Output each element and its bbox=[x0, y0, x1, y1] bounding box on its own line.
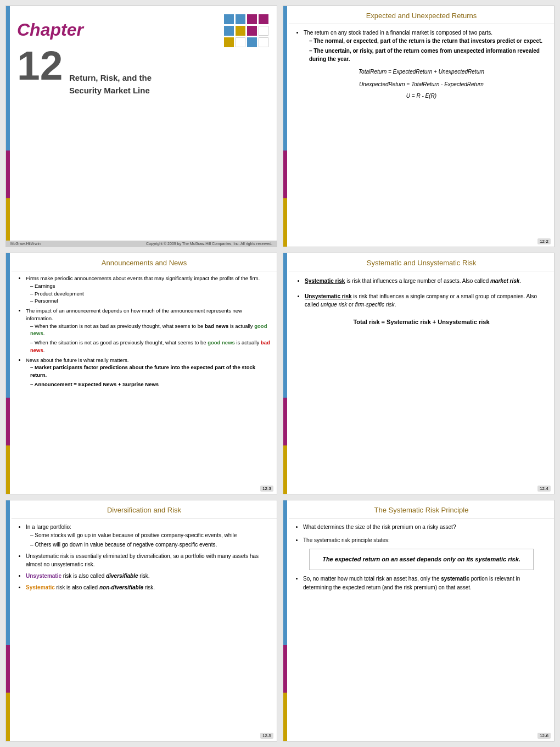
left-accent bbox=[283, 6, 287, 247]
slide-title: Announcements and News bbox=[12, 253, 277, 271]
formula-3: U = R - E(R) bbox=[295, 92, 547, 100]
left-accent bbox=[283, 253, 287, 494]
chapter-footer: McGraw-Hill/Irwin Copyright © 2009 by Th… bbox=[6, 241, 277, 247]
slide-body: The return on any stock traded in a fina… bbox=[289, 24, 554, 247]
footer-left: McGraw-Hill/Irwin bbox=[10, 242, 41, 246]
chapter-number: 12 bbox=[17, 42, 63, 89]
slide-expected-unexpected: Expected and Unexpected Returns The retu… bbox=[283, 5, 555, 247]
decorative-shapes bbox=[224, 14, 268, 47]
slide-announcements: Announcements and News Firms make period… bbox=[5, 253, 277, 494]
chapter-label: Chapter bbox=[17, 20, 83, 40]
footer-right: Copyright © 2009 by The McGraw-Hill Comp… bbox=[146, 242, 272, 246]
formula-1: TotalReturn = ExpectedReturn + Unexpecte… bbox=[295, 68, 547, 76]
formula-2: UnexpectedReturn = TotalReturn - Expecte… bbox=[295, 80, 547, 88]
left-accent bbox=[6, 253, 10, 494]
slide-number: 12-3 bbox=[260, 486, 273, 492]
slide-body: Firms make periodic announcements about … bbox=[12, 271, 277, 494]
slide-body: In a large portfolio: – Some stocks will… bbox=[12, 519, 277, 741]
slide-title: The Systematic Risk Principle bbox=[289, 500, 554, 519]
slide-systematic-principle: The Systematic Risk Principle What deter… bbox=[283, 500, 555, 742]
left-accent bbox=[6, 6, 10, 247]
slide-title: Expected and Unexpected Returns bbox=[289, 6, 554, 24]
slide-number: 12-4 bbox=[537, 486, 551, 492]
slide-number: 12-6 bbox=[537, 733, 551, 739]
chapter-subtitle: Return, Risk, and the Security Market Li… bbox=[69, 72, 152, 97]
slide-number: 12-5 bbox=[260, 733, 273, 739]
slide-number: 12-2 bbox=[537, 238, 551, 244]
slide-body: Systematic risk is risk that influences … bbox=[289, 271, 554, 494]
slide-title: Systematic and Unsystematic Risk bbox=[289, 253, 554, 271]
slide-body: What determines the size of the risk pre… bbox=[289, 519, 554, 741]
principle-box: The expected return on an asset depends … bbox=[309, 549, 534, 570]
slide-diversification: Diversification and Risk In a large port… bbox=[5, 500, 277, 742]
left-accent bbox=[6, 500, 10, 741]
left-accent bbox=[283, 500, 287, 741]
slide-systematic-unsystematic: Systematic and Unsystematic Risk Systema… bbox=[283, 253, 555, 494]
total-risk-formula: Total risk = Systematic risk + Unsystema… bbox=[297, 317, 546, 327]
slide-chapter-cover: Chapter 12 Return, Risk, and the Securit… bbox=[5, 5, 277, 247]
slide-title: Diversification and Risk bbox=[12, 500, 277, 519]
